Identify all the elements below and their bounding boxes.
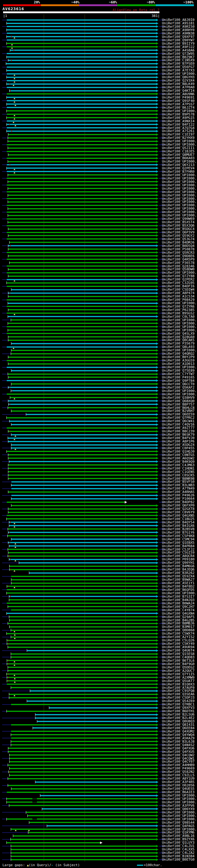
alignment-start-tick [7,585,7,588]
hit-bar [49,707,156,709]
subject-overhang-left [2,610,11,610]
hit-row[interactable]: UniRef100_Q29AF5 [0,615,197,619]
hit-row[interactable]: UniRef100_UPI000.. [0,817,197,821]
hit-arrow-icon [156,548,159,551]
subject-overhang-left [2,637,11,638]
hit-bar [11,498,156,499]
subject-overhang-left [2,387,8,388]
hit-arrow-icon [156,747,159,749]
alignment-start-tick [40,794,40,797]
hit-row[interactable]: UniRef100_A9PG15 [0,116,197,120]
hit-arrow-icon [156,612,159,615]
hit-row[interactable]: UniRef100_UPI000.. [0,187,197,190]
hit-bar [8,666,156,668]
alignment-start-tick [9,241,9,244]
subject-overhang-left [2,205,7,206]
hit-arrow-icon [156,349,159,352]
hit-arrow-icon [156,434,159,436]
hit-arrow-icon [156,302,159,305]
hit-row[interactable]: UniRef100_A9NXI4 [0,120,197,123]
hit-row[interactable]: UniRef100_Q98S44 [0,821,197,824]
hit-label: UniRef100_A4S8A6 [162,49,195,52]
alignment-start-tick [9,760,9,763]
hit-row[interactable]: UniRef100_B4PR84 [0,545,197,548]
hit-row[interactable]: UniRef100_A4S8A6 [0,49,197,52]
hit-bar [9,805,156,806]
hit-row[interactable]: UniRef100_UPI000.. [0,329,197,332]
hit-row[interactable]: UniRef100_C1GEN5 [0,470,197,473]
hit-row[interactable]: UniRef100_Q6BXQ0 [0,399,197,403]
hit-bar [8,245,156,246]
hit-bar [9,566,156,567]
hit-bar [7,360,156,361]
alignment-start-tick [6,42,7,45]
alignment-start-tick [11,423,11,426]
hit-bar [11,687,156,688]
hit-label: UniRef100_B4PR84 [162,545,195,548]
hit-bar [27,650,156,651]
hit-row[interactable]: UniRef100_B4FI22 [0,123,197,126]
alignment-start-tick [8,386,8,389]
hit-arrow-icon [156,359,159,362]
hit-row[interactable]: UniRef100_Q4FXU5 [0,750,197,753]
alignment-start-tick [27,814,28,817]
subject-overhang-left [2,758,9,759]
hit-arrow-icon [156,508,159,510]
subject-overhang-left [2,239,7,239]
hit-row[interactable]: UniRef100_Q4R5P9 [0,258,197,261]
hit-bar [8,303,156,304]
subject-overhang-left [2,178,7,179]
hit-row[interactable]: UniRef100_UPI000.. [0,325,197,329]
hit-arrow-icon [156,356,159,359]
hit-row[interactable]: UniRef100_C5MC94 [0,537,197,541]
hit-row[interactable]: UniRef100_C4Y874 [0,609,197,612]
subject-overhang-left [2,67,7,67]
mismatch-tick [10,569,11,570]
hit-arrow-icon [156,568,159,571]
hit-row[interactable]: UniRef100_A2XMW9 [0,676,197,679]
alignment-start-tick [8,234,8,237]
hit-row[interactable]: UniRef100_B0ETG0 [0,858,197,861]
hit-row[interactable]: UniRef100_A9PJ22 [0,45,197,49]
hit-row[interactable]: UniRef100_UPI000.. [0,184,197,187]
hit-arrow-icon [156,619,159,621]
subject-overhang-left [2,266,7,266]
hit-row[interactable]: UniRef100_C1HDN1 [0,467,197,470]
hit-row[interactable]: UniRef100_Q4FXU6 [0,747,197,750]
hit-arrow-icon [156,430,159,433]
hit-row[interactable]: UniRef100_B1Q0X3 [0,683,197,686]
alignment-start-tick [9,754,9,756]
hit-arrow-icon [156,363,159,365]
hit-row[interactable]: UniRef100_UPI000.. [0,190,197,194]
hit-bar [11,583,156,584]
hit-row[interactable]: UniRef100_Q5UAT7 [0,679,197,683]
hit-arrow-icon [156,683,159,685]
hit-row[interactable]: UniRef100_Q9C2H7 [0,605,197,609]
hit-row[interactable]: UniRef100_Q4PAG5 [0,824,197,828]
hit-row[interactable]: UniRef100_Q4SLX9 [0,332,197,335]
hit-bar [8,309,156,310]
alignment-start-tick [8,295,8,298]
hit-row[interactable]: UniRef100_C0SCK5 [0,473,197,477]
hit-row[interactable]: UniRef100_Q1EBX5 [0,541,197,545]
hit-row[interactable]: UniRef100_Q9D8E6 [0,254,197,258]
hit-row[interactable]: UniRef100_Q4GXN4 [0,612,197,615]
hit-row[interactable]: UniRef100_UPI000.. [0,194,197,197]
hit-row[interactable]: UniRef100_Q7ZW95 [0,52,197,55]
alignment-start-tick [11,342,11,345]
hit-arrow-icon [156,282,159,284]
hit-bar [8,248,156,250]
hit-arrow-icon [156,588,159,591]
hit-bar [8,137,156,138]
subject-overhang-left [2,455,8,455]
hit-row[interactable]: UniRef100_B8P757 [0,403,197,406]
alignment-start-tick [6,76,7,79]
score-key-segment [41,4,79,6]
hit-row[interactable]: UniRef100_P36578 [0,261,197,265]
hit-row[interactable]: UniRef100_Q38HV9 [0,396,197,399]
hit-arrow-icon [156,255,159,257]
hit-bar [8,670,156,671]
hit-arrow-icon [156,622,159,625]
alignment-start-tick [6,35,7,38]
hit-row[interactable]: UniRef100_Q4CQW2 [0,753,197,757]
